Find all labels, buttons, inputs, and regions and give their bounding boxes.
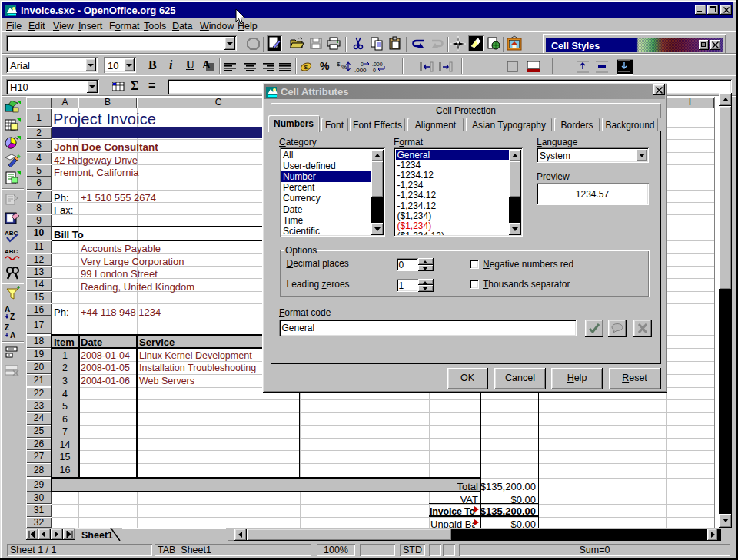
svg-text:%: % bbox=[341, 64, 347, 71]
svg-text:Z: Z bbox=[5, 323, 9, 332]
svg-text:$: $ bbox=[337, 61, 341, 68]
svg-text:0: 0 bbox=[373, 68, 376, 73]
svg-text:ABC: ABC bbox=[5, 248, 18, 255]
svg-text:Z: Z bbox=[10, 313, 15, 321]
svg-text:0: 0 bbox=[361, 61, 364, 67]
svg-text:.000: .000 bbox=[372, 61, 383, 67]
svg-text:$: $ bbox=[304, 64, 308, 71]
svg-text:A: A bbox=[10, 331, 15, 340]
svg-text:.000: .000 bbox=[354, 67, 367, 74]
